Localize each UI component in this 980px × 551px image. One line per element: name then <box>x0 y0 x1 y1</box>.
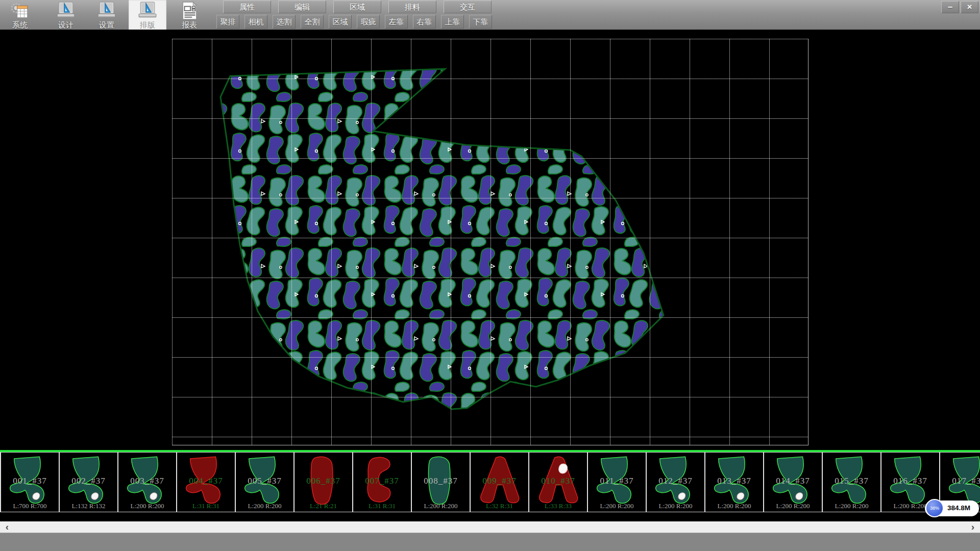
tool-align-right[interactable]: 右靠 <box>413 15 436 29</box>
piece-lr-count: L:32 R:31 <box>471 502 528 510</box>
thumbnail-cell[interactable]: 010_#37 L:33 R:33 <box>529 452 588 512</box>
progress-pill[interactable]: 38% 384.8M <box>925 500 979 516</box>
tool-align-bottom[interactable]: 下靠 <box>469 15 492 29</box>
design-ruler-icon <box>56 1 76 20</box>
main-button-settings[interactable]: 设置 <box>88 0 126 30</box>
piece-label: 005_#37 <box>236 476 293 486</box>
piece-label: 016_#37 <box>881 476 939 486</box>
nesting-canvas[interactable] <box>0 30 980 450</box>
tool-cut-all[interactable]: 全割 <box>301 15 324 29</box>
system-gear-table-icon <box>10 1 30 20</box>
tool-cluster-nest[interactable]: 聚排 <box>216 15 239 29</box>
window-controls: – × <box>941 1 978 13</box>
progress-percent-badge: 38% <box>925 499 944 517</box>
piece-thumbnails: 001_#37 L:700 R:700 002_#37 L:132 R:132 … <box>0 452 980 512</box>
piece-label: 012_#37 <box>647 476 704 486</box>
piece-label: 001_#37 <box>1 476 59 486</box>
piece-label: 017_#37 <box>940 476 980 486</box>
main-button-report[interactable]: 报表 <box>170 0 208 30</box>
piece-label: 010_#37 <box>529 476 587 486</box>
report-document-icon <box>179 1 200 20</box>
thumbnail-cell[interactable]: 005_#37 L:200 R:200 <box>236 452 295 512</box>
piece-lr-count: L:31 R:31 <box>353 502 411 510</box>
tool-defect[interactable]: 瑕疵 <box>357 15 380 29</box>
thumbnail-cell[interactable]: 004_#37 L:31 R:31 <box>177 452 236 512</box>
main-button-nesting[interactable]: 排版 <box>129 0 166 30</box>
thumbnail-cell[interactable]: 007_#37 L:31 R:31 <box>353 452 412 512</box>
piece-lr-count: L:200 R:200 <box>588 502 646 510</box>
piece-label: 013_#37 <box>705 476 763 486</box>
top-toolbar: 系统 设计 设置 排版 报表 属性 编辑 区域 排料 交互 聚排 相机 选割 全… <box>0 0 980 30</box>
status-bar <box>0 533 980 551</box>
piece-lr-count: L:33 R:33 <box>529 502 587 510</box>
tab-interaction[interactable]: 交互 <box>444 1 492 13</box>
nesting-ruler-icon <box>137 1 158 20</box>
thumbnail-cell[interactable]: 012_#37 L:200 R:200 <box>647 452 705 512</box>
piece-label: 004_#37 <box>177 476 235 486</box>
piece-lr-count: L:200 R:200 <box>647 502 704 510</box>
tab-nesting[interactable]: 排料 <box>388 1 436 13</box>
piece-lr-count: L:200 R:200 <box>412 502 470 510</box>
main-button-label: 排版 <box>140 20 155 29</box>
memory-usage: 384.8M <box>947 504 970 512</box>
tool-camera[interactable]: 相机 <box>244 15 267 29</box>
piece-label: 007_#37 <box>353 476 411 486</box>
piece-lr-count: L:200 R:200 <box>118 502 176 510</box>
piece-label: 008_#37 <box>412 476 470 486</box>
thumbnail-cell[interactable]: 013_#37 L:200 R:200 <box>705 452 764 512</box>
thumbnail-cell[interactable]: 003_#37 L:200 R:200 <box>118 452 177 512</box>
close-button[interactable]: × <box>961 1 978 13</box>
main-button-label: 系统 <box>12 20 28 29</box>
tool-align-left[interactable]: 左靠 <box>385 15 408 29</box>
menu-tab-row: 属性 编辑 区域 排料 交互 <box>223 1 492 13</box>
thumbnail-cell[interactable]: 011_#37 L:200 R:200 <box>588 452 647 512</box>
piece-lr-count: L:132 R:132 <box>60 502 117 510</box>
piece-label: 015_#37 <box>823 476 880 486</box>
minimize-button[interactable]: – <box>941 1 959 13</box>
piece-label: 006_#37 <box>295 476 352 486</box>
thumbnail-cell[interactable]: 001_#37 L:700 R:700 <box>1 452 60 512</box>
thumbnail-cell[interactable]: 006_#37 L:21 R:21 <box>295 452 353 512</box>
main-button-design[interactable]: 设计 <box>47 0 85 30</box>
main-button-label: 设计 <box>58 20 74 29</box>
tab-properties[interactable]: 属性 <box>223 1 271 13</box>
thumbnail-cell[interactable]: 015_#37 L:200 R:200 <box>823 452 881 512</box>
tool-button-row: 聚排 相机 选割 全割 区域 瑕疵 左靠 右靠 上靠 下靠 <box>216 15 492 29</box>
leather-hide-shape[interactable] <box>0 30 980 450</box>
tab-region[interactable]: 区域 <box>333 1 381 13</box>
hide-outline[interactable] <box>220 69 664 409</box>
scroll-left-icon[interactable]: ‹ <box>1 521 13 533</box>
piece-lr-count: L:200 R:200 <box>764 502 822 510</box>
piece-label: 003_#37 <box>118 476 176 486</box>
main-button-system[interactable]: 系统 <box>1 0 39 30</box>
piece-label: 009_#37 <box>471 476 528 486</box>
tab-edit[interactable]: 编辑 <box>278 1 326 13</box>
piece-lr-count: L:200 R:200 <box>823 502 880 510</box>
main-button-label: 设置 <box>99 20 114 29</box>
thumbnail-strip: 001_#37 L:700 R:700 002_#37 L:132 R:132 … <box>0 450 980 513</box>
piece-label: 014_#37 <box>764 476 822 486</box>
thumbnail-cell[interactable]: 014_#37 L:200 R:200 <box>764 452 823 512</box>
piece-label: 002_#37 <box>60 476 117 486</box>
piece-label: 011_#37 <box>588 476 646 486</box>
tool-align-top[interactable]: 上靠 <box>441 15 464 29</box>
tool-select-cut[interactable]: 选割 <box>273 15 296 29</box>
piece-lr-count: L:21 R:21 <box>295 502 352 510</box>
horizontal-scrollbar[interactable]: ‹ › <box>0 521 980 533</box>
piece-lr-count: L:700 R:700 <box>1 502 59 510</box>
thumbnail-cell[interactable]: 009_#37 L:32 R:31 <box>471 452 529 512</box>
scroll-right-icon[interactable]: › <box>967 521 979 533</box>
piece-lr-count: L:31 R:31 <box>177 502 235 510</box>
thumbnail-cell[interactable]: 008_#37 L:200 R:200 <box>412 452 471 512</box>
piece-lr-count: L:200 R:200 <box>236 502 293 510</box>
settings-ruler-icon <box>96 1 117 20</box>
piece-lr-count: L:200 R:200 <box>705 502 763 510</box>
thumbnail-cell[interactable]: 002_#37 L:132 R:132 <box>60 452 118 512</box>
main-button-label: 报表 <box>182 20 197 29</box>
tool-region[interactable]: 区域 <box>329 15 352 29</box>
